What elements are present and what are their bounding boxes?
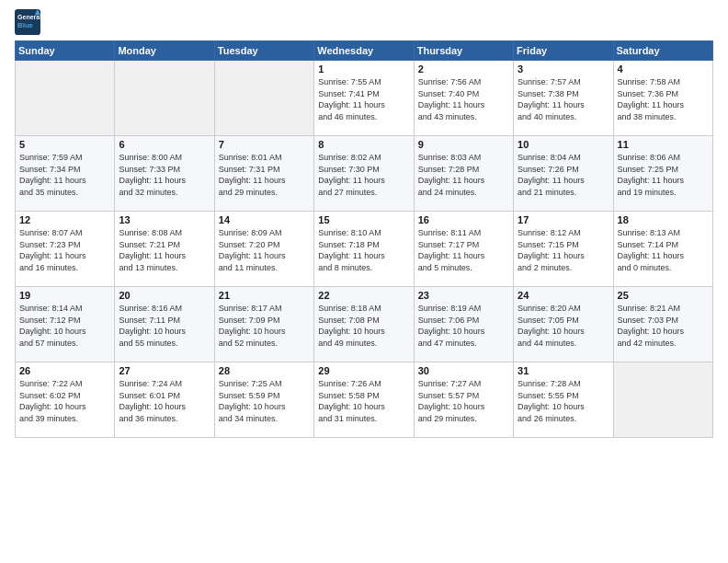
week-row-1: 1Sunrise: 7:55 AM Sunset: 7:41 PM Daylig… (16, 61, 713, 136)
day-cell: 14Sunrise: 8:09 AM Sunset: 7:20 PM Dayli… (214, 212, 313, 287)
day-cell: 22Sunrise: 8:18 AM Sunset: 7:08 PM Dayli… (314, 287, 414, 362)
day-cell: 15Sunrise: 8:10 AM Sunset: 7:18 PM Dayli… (314, 212, 414, 287)
week-row-3: 12Sunrise: 8:07 AM Sunset: 7:23 PM Dayli… (16, 212, 713, 287)
day-number: 27 (119, 365, 210, 376)
day-cell: 5Sunrise: 7:59 AM Sunset: 7:34 PM Daylig… (16, 136, 115, 212)
day-info: Sunrise: 8:06 AM Sunset: 7:25 PM Dayligh… (618, 152, 709, 198)
day-number: 1 (318, 63, 409, 75)
day-cell: 29Sunrise: 7:26 AM Sunset: 5:58 PM Dayli… (314, 362, 414, 438)
logo: General Blue (15, 9, 44, 35)
day-info: Sunrise: 7:25 AM Sunset: 5:59 PM Dayligh… (219, 378, 310, 424)
day-number: 14 (219, 214, 310, 225)
day-info: Sunrise: 7:28 AM Sunset: 5:55 PM Dayligh… (518, 378, 609, 424)
day-info: Sunrise: 8:21 AM Sunset: 7:03 PM Dayligh… (618, 303, 709, 349)
day-number: 26 (19, 365, 110, 376)
day-number: 24 (518, 290, 609, 301)
day-info: Sunrise: 8:11 AM Sunset: 7:17 PM Dayligh… (418, 227, 509, 273)
day-cell: 28Sunrise: 7:25 AM Sunset: 5:59 PM Dayli… (214, 362, 313, 438)
day-cell: 24Sunrise: 8:20 AM Sunset: 7:05 PM Dayli… (514, 287, 613, 362)
weekday-header-monday: Monday (115, 41, 214, 61)
day-info: Sunrise: 8:02 AM Sunset: 7:30 PM Dayligh… (318, 152, 409, 198)
day-cell: 23Sunrise: 8:19 AM Sunset: 7:06 PM Dayli… (414, 287, 513, 362)
day-info: Sunrise: 8:00 AM Sunset: 7:33 PM Dayligh… (119, 152, 210, 198)
week-row-2: 5Sunrise: 7:59 AM Sunset: 7:34 PM Daylig… (16, 136, 713, 212)
day-cell: 12Sunrise: 8:07 AM Sunset: 7:23 PM Dayli… (16, 212, 115, 287)
day-number: 28 (219, 365, 310, 376)
day-cell: 27Sunrise: 7:24 AM Sunset: 6:01 PM Dayli… (115, 362, 214, 438)
weekday-header-saturday: Saturday (613, 41, 712, 61)
day-cell: 13Sunrise: 8:08 AM Sunset: 7:21 PM Dayli… (115, 212, 214, 287)
day-info: Sunrise: 8:19 AM Sunset: 7:06 PM Dayligh… (418, 303, 509, 349)
weekday-header-tuesday: Tuesday (214, 41, 313, 61)
day-cell (613, 362, 712, 438)
day-cell: 7Sunrise: 8:01 AM Sunset: 7:31 PM Daylig… (214, 136, 313, 212)
day-info: Sunrise: 7:22 AM Sunset: 6:02 PM Dayligh… (19, 378, 110, 424)
day-info: Sunrise: 8:07 AM Sunset: 7:23 PM Dayligh… (19, 227, 110, 273)
day-info: Sunrise: 8:20 AM Sunset: 7:05 PM Dayligh… (518, 303, 609, 349)
day-info: Sunrise: 7:57 AM Sunset: 7:38 PM Dayligh… (518, 76, 609, 122)
day-info: Sunrise: 8:17 AM Sunset: 7:09 PM Dayligh… (219, 303, 310, 349)
day-info: Sunrise: 7:56 AM Sunset: 7:40 PM Dayligh… (418, 76, 509, 122)
day-cell: 21Sunrise: 8:17 AM Sunset: 7:09 PM Dayli… (214, 287, 313, 362)
day-number: 18 (618, 214, 709, 225)
day-info: Sunrise: 8:01 AM Sunset: 7:31 PM Dayligh… (219, 152, 310, 198)
header: General Blue (15, 9, 713, 35)
day-cell: 17Sunrise: 8:12 AM Sunset: 7:15 PM Dayli… (514, 212, 613, 287)
day-number: 7 (219, 139, 310, 150)
day-info: Sunrise: 8:04 AM Sunset: 7:26 PM Dayligh… (518, 152, 609, 198)
weekday-header-row: SundayMondayTuesdayWednesdayThursdayFrid… (16, 41, 713, 61)
logo-icon: General Blue (15, 9, 40, 35)
day-cell: 31Sunrise: 7:28 AM Sunset: 5:55 PM Dayli… (514, 362, 613, 438)
day-number: 19 (19, 290, 110, 301)
day-info: Sunrise: 7:27 AM Sunset: 5:57 PM Dayligh… (418, 378, 509, 424)
day-number: 22 (318, 290, 409, 301)
day-info: Sunrise: 8:14 AM Sunset: 7:12 PM Dayligh… (19, 303, 110, 349)
day-info: Sunrise: 7:59 AM Sunset: 7:34 PM Dayligh… (19, 152, 110, 198)
day-number: 4 (618, 63, 709, 75)
day-cell: 25Sunrise: 8:21 AM Sunset: 7:03 PM Dayli… (613, 287, 712, 362)
day-cell: 1Sunrise: 7:55 AM Sunset: 7:41 PM Daylig… (314, 61, 414, 136)
weekday-header-thursday: Thursday (414, 41, 513, 61)
day-info: Sunrise: 8:09 AM Sunset: 7:20 PM Dayligh… (219, 227, 310, 273)
day-number: 30 (418, 365, 509, 376)
day-number: 29 (318, 365, 409, 376)
weekday-header-wednesday: Wednesday (314, 41, 414, 61)
day-cell: 26Sunrise: 7:22 AM Sunset: 6:02 PM Dayli… (16, 362, 115, 438)
day-info: Sunrise: 7:26 AM Sunset: 5:58 PM Dayligh… (318, 378, 409, 424)
svg-text:Blue: Blue (17, 21, 34, 29)
day-info: Sunrise: 7:55 AM Sunset: 7:41 PM Dayligh… (318, 76, 409, 122)
day-number: 5 (19, 139, 110, 150)
day-info: Sunrise: 7:24 AM Sunset: 6:01 PM Dayligh… (119, 378, 210, 424)
week-row-5: 26Sunrise: 7:22 AM Sunset: 6:02 PM Dayli… (16, 362, 713, 438)
day-cell: 30Sunrise: 7:27 AM Sunset: 5:57 PM Dayli… (414, 362, 513, 438)
day-number: 15 (318, 214, 409, 225)
day-cell (115, 61, 214, 136)
day-cell: 11Sunrise: 8:06 AM Sunset: 7:25 PM Dayli… (613, 136, 712, 212)
day-number: 9 (418, 139, 509, 150)
day-cell: 2Sunrise: 7:56 AM Sunset: 7:40 PM Daylig… (414, 61, 513, 136)
day-cell: 8Sunrise: 8:02 AM Sunset: 7:30 PM Daylig… (314, 136, 414, 212)
day-info: Sunrise: 8:13 AM Sunset: 7:14 PM Dayligh… (618, 227, 709, 273)
day-number: 2 (418, 63, 509, 75)
day-number: 31 (518, 365, 609, 376)
day-info: Sunrise: 8:18 AM Sunset: 7:08 PM Dayligh… (318, 303, 409, 349)
day-cell (16, 61, 115, 136)
day-number: 25 (618, 290, 709, 301)
day-info: Sunrise: 8:16 AM Sunset: 7:11 PM Dayligh… (119, 303, 210, 349)
day-info: Sunrise: 8:12 AM Sunset: 7:15 PM Dayligh… (518, 227, 609, 273)
day-number: 17 (518, 214, 609, 225)
day-cell: 4Sunrise: 7:58 AM Sunset: 7:36 PM Daylig… (613, 61, 712, 136)
day-cell: 18Sunrise: 8:13 AM Sunset: 7:14 PM Dayli… (613, 212, 712, 287)
day-info: Sunrise: 7:58 AM Sunset: 7:36 PM Dayligh… (618, 76, 709, 122)
weekday-header-sunday: Sunday (16, 41, 115, 61)
day-number: 21 (219, 290, 310, 301)
day-cell: 20Sunrise: 8:16 AM Sunset: 7:11 PM Dayli… (115, 287, 214, 362)
day-cell: 6Sunrise: 8:00 AM Sunset: 7:33 PM Daylig… (115, 136, 214, 212)
day-cell: 3Sunrise: 7:57 AM Sunset: 7:38 PM Daylig… (514, 61, 613, 136)
day-cell: 9Sunrise: 8:03 AM Sunset: 7:28 PM Daylig… (414, 136, 513, 212)
day-cell: 16Sunrise: 8:11 AM Sunset: 7:17 PM Dayli… (414, 212, 513, 287)
day-number: 13 (119, 214, 210, 225)
day-number: 10 (518, 139, 609, 150)
day-number: 3 (518, 63, 609, 75)
calendar-page: General Blue SundayMondayTuesdayWednesda… (0, 0, 728, 563)
